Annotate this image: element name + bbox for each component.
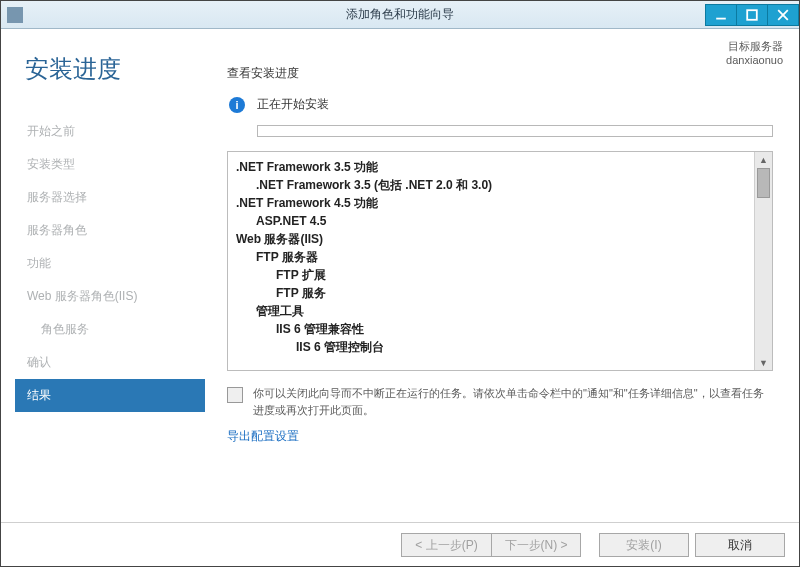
vertical-scrollbar[interactable]: ▲ ▼ [754,152,772,370]
maximize-button[interactable] [736,4,768,26]
app-icon [7,7,23,23]
view-progress-label: 查看安装进度 [227,65,779,82]
feature-item: .NET Framework 3.5 (包括 .NET 2.0 和 3.0) [236,176,746,194]
info-icon: i [229,97,245,113]
feature-item: IIS 6 管理控制台 [236,338,746,356]
page-title: 安装进度 [25,53,205,85]
export-settings-link[interactable]: 导出配置设置 [227,428,779,445]
minimize-button[interactable] [705,4,737,26]
next-button[interactable]: 下一步(N) > [491,533,581,557]
feature-item: .NET Framework 3.5 功能 [236,158,746,176]
scroll-up-arrow[interactable]: ▲ [755,152,772,167]
step-7: 确认 [15,346,205,379]
feature-item: IIS 6 管理兼容性 [236,320,746,338]
target-server-box: 目标服务器 danxiaonuo [726,39,783,66]
feature-item: FTP 扩展 [236,266,746,284]
feature-item: Web 服务器(IIS) [236,230,746,248]
step-6: 角色服务 [15,313,205,346]
feature-list-box: .NET Framework 3.5 功能.NET Framework 3.5 … [227,151,773,371]
prev-button[interactable]: < 上一步(P) [401,533,491,557]
step-5: Web 服务器角色(IIS) [15,280,205,313]
step-8: 结果 [15,379,205,412]
target-name: danxiaonuo [726,54,783,66]
step-1: 安装类型 [15,148,205,181]
progress-bar [257,125,773,137]
window-title: 添加角色和功能向导 [1,6,799,23]
feature-item: FTP 服务 [236,284,746,302]
feature-list: .NET Framework 3.5 功能.NET Framework 3.5 … [228,152,754,370]
note-icon [227,387,243,403]
step-4: 功能 [15,247,205,280]
content-pane: 目标服务器 danxiaonuo 查看安装进度 i 正在开始安装 .NET Fr… [205,43,785,522]
wizard-buttons: < 上一步(P) 下一步(N) > 安装(I) 取消 [1,522,799,566]
target-label: 目标服务器 [726,39,783,54]
scroll-down-arrow[interactable]: ▼ [755,355,772,370]
close-button[interactable] [767,4,799,26]
cancel-button[interactable]: 取消 [695,533,785,557]
feature-item: .NET Framework 4.5 功能 [236,194,746,212]
feature-item: FTP 服务器 [236,248,746,266]
wizard-sidebar: 安装进度 开始之前安装类型服务器选择服务器角色功能Web 服务器角色(IIS)角… [15,43,205,522]
step-2: 服务器选择 [15,181,205,214]
step-3: 服务器角色 [15,214,205,247]
title-bar: 添加角色和功能向导 [1,1,799,29]
svg-rect-1 [747,10,757,20]
scroll-thumb[interactable] [757,168,770,198]
status-text: 正在开始安装 [257,96,329,113]
step-0: 开始之前 [15,115,205,148]
feature-item: 管理工具 [236,302,746,320]
note-text: 你可以关闭此向导而不中断正在运行的任务。请依次单击命令栏中的"通知"和"任务详细… [253,385,773,418]
install-button[interactable]: 安装(I) [599,533,689,557]
feature-item: ASP.NET 4.5 [236,212,746,230]
